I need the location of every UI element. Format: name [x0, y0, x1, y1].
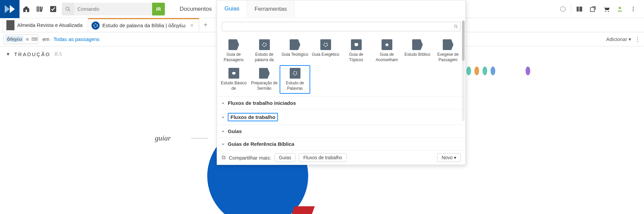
svg-point-14 — [633, 7, 634, 8]
guide-icon — [92, 22, 100, 30]
section-fluxos[interactable]: ▸ Fluxos de trabalho — [217, 109, 465, 125]
guide-topicos[interactable]: Guia de Tópicos — [341, 37, 371, 65]
chevron-right-icon: ▸ — [222, 115, 224, 119]
chevron-down-icon: ▾ — [629, 36, 631, 42]
section-guias[interactable]: ▸ Guias — [217, 125, 465, 137]
section-fluxos-iniciados[interactable]: ▸ Fluxos de trabalho iniciados — [217, 96, 465, 109]
dropdown-search-input[interactable] — [224, 24, 454, 29]
section-subtitle: RA — [55, 51, 63, 57]
section-guias-referencia[interactable]: ▸ Guias de Referência Bíblica — [217, 137, 465, 150]
guides-grid: Guia de Passagens Estudo de palavra da G… — [217, 35, 465, 96]
scrollbar[interactable] — [462, 20, 465, 121]
nav-documentos[interactable]: Documentos — [174, 0, 218, 18]
svg-rect-8 — [579, 6, 582, 11]
book-icon — [6, 20, 14, 30]
guide-exegese-passagem[interactable]: Exegese de Passagem — [433, 37, 463, 65]
cart-icon[interactable] — [600, 0, 613, 18]
dropdown-tabs: Guias Ferramentas — [217, 0, 465, 18]
library-icon[interactable] — [33, 0, 46, 18]
svg-rect-0 — [37, 6, 38, 12]
svg-point-15 — [633, 8, 634, 9]
add-tab-button[interactable]: + — [199, 18, 212, 32]
tab-label: Estudo de palavra da Bíblia | ὁδηγέω — [102, 23, 185, 29]
guide-palavra[interactable]: Estudo de palavra da — [249, 37, 280, 65]
svg-point-21 — [324, 43, 327, 47]
svg-rect-1 — [38, 6, 39, 12]
svg-point-12 — [608, 11, 609, 12]
reference-value: ὁδηγέω — [6, 36, 23, 42]
svg-point-13 — [619, 7, 621, 9]
novo-dropdown[interactable]: Novo ▾ — [437, 153, 461, 162]
svg-point-20 — [262, 43, 266, 47]
panel-menu-icon[interactable]: ⋮ — [635, 36, 641, 43]
tab-label: Almeida Revista e Atualizada — [17, 22, 82, 28]
keyboard-icon[interactable]: ⌨ — [31, 37, 37, 42]
dropdown-search[interactable] — [222, 22, 461, 31]
user-icon[interactable] — [613, 0, 627, 18]
top-right-controls — [556, 0, 644, 18]
guide-exegetico[interactable]: Guia Exegético — [310, 37, 341, 65]
guide-estudo-palavras[interactable]: Estudo de Palavras — [280, 65, 310, 94]
layout-icon[interactable] — [573, 0, 586, 18]
copy-icon[interactable]: ⧉ — [222, 155, 225, 161]
chart-slice-label[interactable]: guiar — [155, 134, 171, 142]
svg-rect-3 — [41, 6, 43, 11]
guide-preparacao-sermao[interactable]: Preparação de Sermão — [249, 65, 280, 94]
guide-passagens[interactable]: Guia de Passagens — [218, 37, 249, 65]
checkbox-icon[interactable] — [46, 0, 60, 18]
dp-tab-ferramentas[interactable]: Ferramentas — [247, 0, 294, 17]
svg-point-22 — [232, 72, 236, 75]
all-passages-link[interactable]: Todas as passagens — [53, 36, 100, 42]
command-input[interactable] — [74, 3, 152, 15]
svg-rect-2 — [40, 6, 41, 12]
pie-slice-minor — [291, 206, 315, 214]
guide-estudo-basico[interactable]: Estudo Básico de — [218, 65, 249, 94]
chart-label-area: guiar — [155, 134, 208, 142]
home-icon[interactable] — [20, 0, 33, 18]
chevron-right-icon: ▸ — [222, 142, 224, 146]
menu-kebab-icon[interactable] — [627, 0, 640, 18]
guide-aconselham[interactable]: Guia de Aconselham — [371, 37, 402, 65]
add-dropdown[interactable]: Adicionar ▾ — [606, 36, 631, 42]
sync-icon[interactable] — [556, 0, 570, 18]
guide-teologico[interactable]: Guia Teológico — [280, 37, 310, 65]
svg-rect-7 — [577, 6, 579, 11]
section-title: Tradução — [14, 51, 50, 57]
clear-icon[interactable]: ⊗ — [25, 37, 30, 42]
tab-word-study[interactable]: Estudo de palavra da Bíblia | ὁδηγέω × — [88, 18, 199, 32]
svg-point-5 — [66, 7, 69, 10]
close-icon[interactable]: × — [190, 23, 193, 29]
search-icon — [454, 24, 458, 29]
popout-icon[interactable] — [586, 0, 600, 18]
chevron-right-icon: ▸ — [222, 129, 224, 133]
command-search: IR — [62, 3, 165, 15]
share-label: Compartilhar mais: — [229, 155, 271, 161]
waveform-decor — [466, 67, 530, 75]
dropdown-footer: ⧉ Compartilhar mais: Guias Fluxos de tra… — [217, 150, 465, 165]
leader-line — [191, 138, 208, 138]
svg-point-23 — [293, 72, 297, 75]
chip-guias[interactable]: Guias — [275, 153, 296, 162]
collapse-icon[interactable]: ▼ — [6, 52, 10, 56]
svg-point-17 — [94, 24, 98, 28]
svg-line-6 — [69, 10, 70, 11]
svg-point-18 — [454, 25, 457, 27]
chevron-right-icon: ▸ — [222, 101, 224, 105]
svg-point-11 — [605, 11, 606, 12]
em-label: em — [42, 36, 49, 42]
app-logo[interactable] — [0, 0, 20, 18]
chip-fluxos[interactable]: Fluxos de trabalho — [299, 153, 346, 162]
go-button[interactable]: IR — [152, 3, 165, 15]
search-icon[interactable] — [62, 3, 74, 15]
reference-input[interactable]: ὁδηγέω ⊗ ⌨ — [3, 35, 38, 44]
svg-rect-9 — [591, 7, 595, 11]
guides-dropdown: Guias Ferramentas Guia de Passagens Estu… — [217, 0, 466, 165]
svg-line-19 — [457, 27, 458, 28]
guide-estudo-biblico[interactable]: Estudo Bíblico — [402, 37, 433, 65]
svg-point-16 — [633, 10, 634, 11]
tab-almeida[interactable]: Almeida Revista e Atualizada — [3, 18, 88, 32]
dp-tab-guias[interactable]: Guias — [217, 0, 247, 17]
